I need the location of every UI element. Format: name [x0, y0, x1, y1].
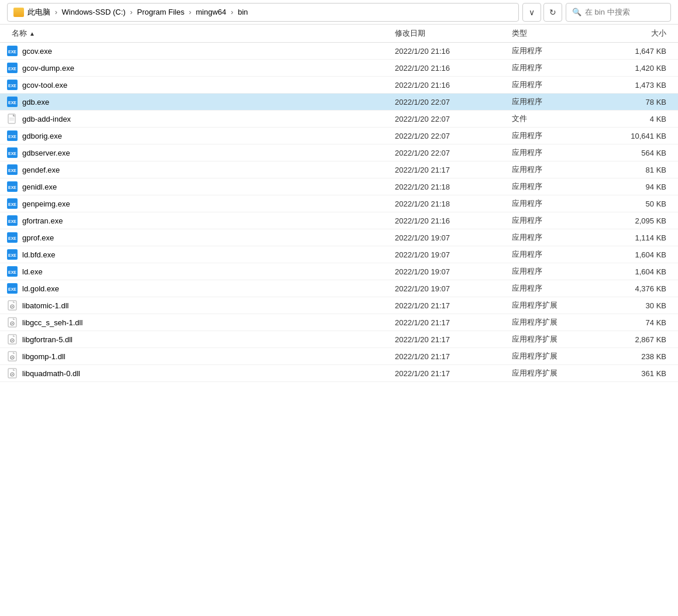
- file-name: gdb-add-index: [22, 115, 71, 123]
- svg-text:EXE: EXE: [8, 50, 16, 54]
- address-controls: ∨ ↻: [522, 3, 562, 22]
- header-date[interactable]: 修改日期: [390, 28, 507, 39]
- file-name: genidl.exe: [22, 183, 57, 191]
- file-name-cell: gdb-add-index: [7, 113, 390, 124]
- bc-mingw64[interactable]: mingw64: [196, 8, 226, 16]
- svg-point-53: [12, 323, 13, 324]
- file-name-cell: EXE gcov-tool.exe: [7, 80, 390, 90]
- bc-bin[interactable]: bin: [238, 8, 247, 16]
- file-date: 2022/1/20 21:16: [390, 47, 507, 56]
- bc-computer[interactable]: 此电脑: [27, 8, 50, 16]
- file-type: 应用程序扩展: [507, 368, 601, 378]
- bc-program-files[interactable]: Program Files: [137, 8, 184, 16]
- search-icon: 🔍: [572, 8, 581, 16]
- file-type: 应用程序: [507, 249, 601, 260]
- file-size: 30 KB: [601, 301, 671, 310]
- file-type: 应用程序: [507, 181, 601, 192]
- file-name: libgomp-1.dll: [22, 352, 66, 361]
- table-row[interactable]: EXE gcov-tool.exe 2022/1/20 21:16 应用程序 1…: [0, 77, 678, 94]
- table-row[interactable]: EXE gprof.exe 2022/1/20 19:07 应用程序 1,114…: [0, 229, 678, 246]
- file-size: 1,114 KB: [601, 233, 671, 242]
- svg-text:EXE: EXE: [8, 135, 16, 139]
- table-row[interactable]: EXE gcov-dump.exe 2022/1/20 21:16 应用程序 1…: [0, 60, 678, 77]
- svg-point-49: [12, 306, 13, 307]
- exe-icon: EXE: [7, 215, 18, 226]
- header-type[interactable]: 类型: [507, 28, 601, 39]
- table-row[interactable]: EXE ld.bfd.exe 2022/1/20 19:07 应用程序 1,60…: [0, 246, 678, 263]
- file-name: gdb.exe: [22, 98, 49, 106]
- exe-icon: EXE: [7, 46, 18, 56]
- file-name: libgcc_s_seh-1.dll: [22, 318, 82, 327]
- breadcrumb[interactable]: 此电脑 › Windows-SSD (C:) › Program Files ›…: [7, 3, 519, 22]
- file-list: 名称 ▲ 修改日期 类型 大小 EXE gcov.exe 2022/1/20 2…: [0, 25, 678, 382]
- file-name: libgfortran-5.dll: [22, 335, 73, 344]
- refresh-button[interactable]: ↻: [543, 3, 562, 22]
- file-date: 2022/1/20 21:16: [390, 216, 507, 225]
- file-size: 81 KB: [601, 166, 671, 174]
- file-name-cell: EXE genpeimg.exe: [7, 198, 390, 209]
- file-date: 2022/1/20 22:07: [390, 115, 507, 123]
- table-row[interactable]: EXE genpeimg.exe 2022/1/20 21:18 应用程序 50…: [0, 195, 678, 212]
- expand-button[interactable]: ∨: [522, 3, 541, 22]
- file-type: 应用程序: [507, 80, 601, 90]
- file-size: 10,641 KB: [601, 132, 671, 140]
- table-row[interactable]: EXE gdborig.exe 2022/1/20 22:07 应用程序 10,…: [0, 128, 678, 144]
- file-size: 1,604 KB: [601, 267, 671, 276]
- file-name-cell: libgomp-1.dll: [7, 351, 390, 362]
- table-row[interactable]: libatomic-1.dll 2022/1/20 21:17 应用程序扩展 3…: [0, 297, 678, 314]
- file-date: 2022/1/20 19:07: [390, 250, 507, 259]
- file-date: 2022/1/20 19:07: [390, 284, 507, 293]
- table-row[interactable]: EXE gendef.exe 2022/1/20 21:17 应用程序 81 K…: [0, 161, 678, 178]
- search-input[interactable]: [585, 8, 665, 16]
- table-row[interactable]: libquadmath-0.dll 2022/1/20 21:17 应用程序扩展…: [0, 365, 678, 382]
- svg-text:EXE: EXE: [8, 101, 16, 105]
- dll-icon: [7, 351, 18, 362]
- table-row[interactable]: EXE gcov.exe 2022/1/20 21:16 应用程序 1,647 …: [0, 43, 678, 60]
- file-type: 应用程序扩展: [507, 317, 601, 328]
- file-type: 应用程序: [507, 147, 601, 158]
- table-row[interactable]: libgfortran-5.dll 2022/1/20 21:17 应用程序扩展…: [0, 331, 678, 348]
- file-size: 564 KB: [601, 149, 671, 157]
- file-date: 2022/1/20 19:07: [390, 267, 507, 276]
- file-size: 94 KB: [601, 183, 671, 191]
- svg-text:EXE: EXE: [8, 168, 16, 173]
- dll-icon: [7, 317, 18, 328]
- breadcrumb-text: 此电脑 › Windows-SSD (C:) › Program Files ›…: [27, 7, 248, 18]
- svg-point-57: [12, 340, 13, 341]
- file-name: gfortran.exe: [22, 216, 63, 225]
- bc-drive[interactable]: Windows-SSD (C:): [62, 8, 126, 16]
- file-name: libatomic-1.dll: [22, 301, 68, 310]
- file-date: 2022/1/20 21:16: [390, 64, 507, 73]
- table-row[interactable]: EXE ld.gold.exe 2022/1/20 19:07 应用程序 4,3…: [0, 280, 678, 297]
- table-row[interactable]: gdb-add-index 2022/1/20 22:07 文件 4 KB: [0, 111, 678, 128]
- sort-icon: ▲: [29, 30, 35, 37]
- table-row[interactable]: EXE gfortran.exe 2022/1/20 21:16 应用程序 2,…: [0, 212, 678, 229]
- file-type: 应用程序: [507, 283, 601, 294]
- file-name: genpeimg.exe: [22, 199, 70, 208]
- table-row[interactable]: EXE genidl.exe 2022/1/20 21:18 应用程序 94 K…: [0, 178, 678, 195]
- table-row[interactable]: EXE ld.exe 2022/1/20 19:07 应用程序 1,604 KB: [0, 263, 678, 280]
- exe-icon: EXE: [7, 181, 18, 192]
- file-date: 2022/1/20 21:17: [390, 301, 507, 310]
- search-box[interactable]: 🔍: [566, 3, 671, 22]
- file-list-header: 名称 ▲ 修改日期 类型 大小: [0, 25, 678, 43]
- file-type: 应用程序扩展: [507, 351, 601, 362]
- file-type: 应用程序: [507, 215, 601, 226]
- file-name: ld.gold.exe: [22, 284, 59, 293]
- header-size[interactable]: 大小: [601, 28, 671, 39]
- table-row[interactable]: libgcc_s_seh-1.dll 2022/1/20 21:17 应用程序扩…: [0, 314, 678, 331]
- file-size: 78 KB: [601, 98, 671, 106]
- file-name-cell: EXE gfortran.exe: [7, 215, 390, 226]
- file-date: 2022/1/20 21:18: [390, 183, 507, 191]
- file-size: 2,095 KB: [601, 216, 671, 225]
- exe-icon: EXE: [7, 283, 18, 294]
- exe-icon: EXE: [7, 198, 18, 209]
- header-name[interactable]: 名称 ▲: [7, 28, 390, 39]
- table-row[interactable]: libgomp-1.dll 2022/1/20 21:17 应用程序扩展 238…: [0, 348, 678, 365]
- file-date: 2022/1/20 22:07: [390, 149, 507, 157]
- file-date: 2022/1/20 22:07: [390, 132, 507, 140]
- table-row[interactable]: EXE gdbserver.exe 2022/1/20 22:07 应用程序 5…: [0, 144, 678, 161]
- table-row[interactable]: EXE gdb.exe 2022/1/20 22:07 应用程序 78 KB: [0, 94, 678, 111]
- file-name: gendef.exe: [22, 166, 60, 174]
- address-bar: 此电脑 › Windows-SSD (C:) › Program Files ›…: [0, 0, 678, 25]
